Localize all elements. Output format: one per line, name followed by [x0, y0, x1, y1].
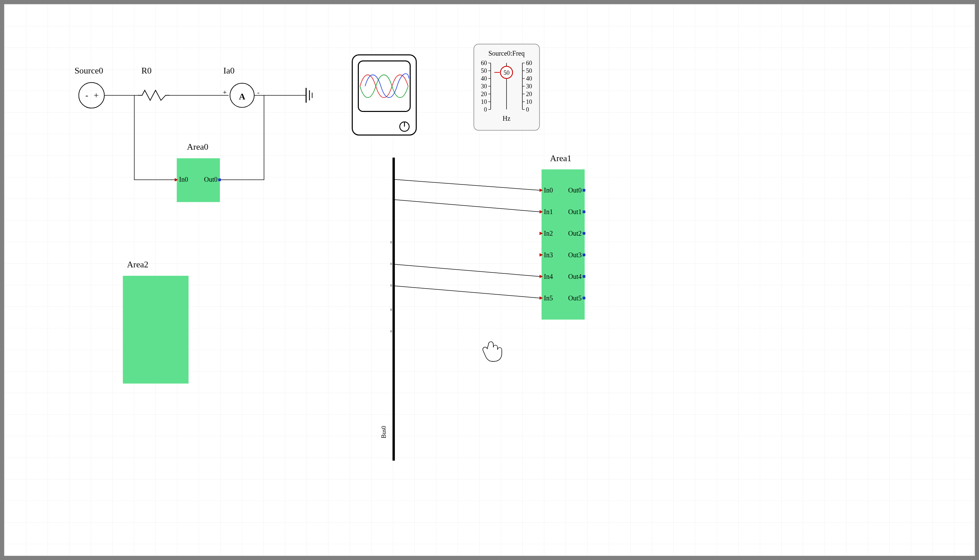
slider-scale-right-30: 30 — [526, 83, 532, 90]
area1-out0-port[interactable] — [583, 189, 585, 192]
component-resistor[interactable]: R0 — [138, 66, 170, 100]
area0-out0-port[interactable] — [218, 178, 221, 181]
slider-scale-left-0: 0 — [484, 106, 487, 113]
component-bus[interactable]: 0 0 0 0 0 Bus0 — [380, 157, 394, 460]
diagram-svg[interactable]: Source0 - + R0 Ia0 + A - Area0 In0 — [4, 4, 975, 556]
slider-scale-left-50: 50 — [481, 67, 487, 74]
slider-scale-left-20: 20 — [481, 91, 487, 97]
area1-out2-port[interactable] — [583, 232, 585, 235]
source-minus: - — [85, 90, 88, 100]
slider-scale-right-50: 50 — [526, 67, 532, 74]
slider-scale-left-40: 40 — [481, 75, 487, 82]
area1-in1-label: In1 — [544, 208, 553, 215]
area0-out0-label: Out0 — [204, 176, 217, 183]
source-circle — [78, 83, 104, 108]
wire-bus-in0 — [395, 179, 539, 190]
area1-out1-label: Out1 — [568, 208, 582, 215]
area1-in4-label: In4 — [544, 273, 553, 280]
wire-bus-in1 — [395, 200, 539, 212]
slider-scale-right-40: 40 — [526, 75, 532, 82]
area1-in2-label: In2 — [544, 230, 553, 237]
bus-tick-2: 0 — [390, 262, 392, 266]
slider-scale-right-60: 60 — [526, 60, 532, 67]
slider-unit: Hz — [502, 115, 510, 122]
bus-tick-5: 0 — [390, 329, 392, 333]
area1-in3-label: In3 — [544, 251, 553, 258]
slider-title: Source0:Freq — [488, 50, 525, 57]
component-ammeter[interactable]: Ia0 + A - — [223, 66, 260, 108]
slider-scale-right-10: 10 — [526, 98, 532, 105]
component-slider[interactable]: Source0:Freq 60 50 40 30 20 10 0 — [474, 44, 540, 130]
block-area1[interactable]: Area1 In0 Out0 In1 Out1 In2 Out2 In3 Out… — [540, 153, 585, 319]
slider-scale-right-20: 20 — [526, 91, 532, 97]
bus-label: Bus0 — [380, 426, 387, 438]
area1-out2-label: Out2 — [568, 230, 582, 237]
cursor-hand-icon — [483, 342, 502, 361]
wire-bus-in5 — [395, 286, 539, 298]
area1-in0-label: In0 — [544, 187, 553, 194]
slider-value: 50 — [504, 70, 510, 76]
resistor-zigzag — [138, 90, 170, 100]
slider-scale-left-10: 10 — [481, 98, 487, 105]
area0-in0-label: In0 — [179, 176, 188, 183]
canvas[interactable]: Source0 - + R0 Ia0 + A - Area0 In0 — [4, 4, 975, 556]
bus-tick-4: 0 — [390, 308, 392, 312]
component-source[interactable]: Source0 - + — [75, 66, 104, 108]
slider-scale-left-60: 60 — [481, 60, 487, 67]
area1-out5-label: Out5 — [568, 294, 582, 302]
area2-rect — [123, 276, 188, 384]
area1-out4-label: Out4 — [568, 273, 582, 280]
area1-out3-port[interactable] — [583, 253, 585, 256]
slider-scale-left-30: 30 — [481, 83, 487, 90]
area1-label: Area1 — [550, 153, 571, 163]
area1-in5-label: In5 — [544, 294, 553, 302]
slider-scale-right-0: 0 — [526, 106, 529, 113]
bus-tick-3: 0 — [390, 283, 392, 287]
wire-tap-right — [220, 95, 264, 180]
bus-tick-1: 0 — [390, 240, 392, 244]
area1-out1-port[interactable] — [583, 210, 585, 213]
area1-out3-label: Out3 — [568, 251, 582, 258]
resistor-label: R0 — [141, 66, 152, 75]
wire-tap-left — [134, 95, 177, 180]
component-oscilloscope[interactable] — [352, 55, 416, 135]
source-label: Source0 — [75, 66, 103, 75]
source-plus: + — [94, 90, 99, 100]
area1-out4-port[interactable] — [583, 275, 585, 278]
block-area2[interactable]: Area2 — [123, 260, 188, 384]
ammeter-minus: - — [257, 89, 260, 96]
area1-out0-label: Out0 — [568, 187, 582, 194]
ammeter-label: Ia0 — [223, 66, 234, 75]
component-ground[interactable] — [301, 88, 312, 103]
area2-label: Area2 — [127, 260, 148, 269]
ammeter-symbol: A — [239, 92, 245, 102]
block-area0[interactable]: Area0 In0 Out0 — [175, 142, 221, 202]
area1-out5-port[interactable] — [583, 297, 585, 299]
area0-label: Area0 — [187, 142, 208, 152]
scope-screen — [358, 61, 410, 112]
ammeter-plus: + — [223, 89, 227, 96]
wire-bus-in4 — [395, 264, 539, 277]
